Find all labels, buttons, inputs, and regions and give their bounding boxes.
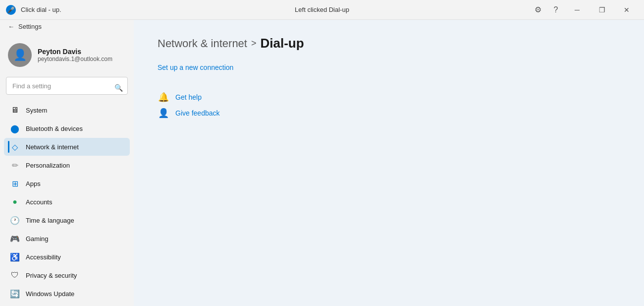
back-arrow-icon: ← <box>8 23 14 30</box>
give-feedback-item[interactable]: 👤 Give feedback <box>158 107 620 119</box>
content-area: Network & internet > Dial-up Set up a ne… <box>134 20 644 306</box>
help-section: 🔔 Get help 👤 Give feedback <box>158 91 620 119</box>
settings-back[interactable]: ← Settings <box>0 20 134 33</box>
user-name: Peyton Davis <box>38 48 112 56</box>
breadcrumb-current: Dial-up <box>260 36 304 51</box>
sidebar-item-personalization[interactable]: ✏ Personalization <box>4 156 130 174</box>
sidebar-item-bluetooth[interactable]: ⬤ Bluetooth & devices <box>4 120 130 137</box>
bluetooth-icon: ⬤ <box>10 123 20 133</box>
give-feedback-icon: 👤 <box>158 107 169 119</box>
titlebar-controls: ⚙ ? ─ ❐ ✕ <box>530 2 638 18</box>
accounts-icon: ● <box>10 197 20 207</box>
network-icon: ◇ <box>10 142 20 152</box>
minimize-button[interactable]: ─ <box>566 2 589 18</box>
sidebar-item-time[interactable]: 🕐 Time & language <box>4 211 130 229</box>
app-icon: 🎤 <box>6 5 16 15</box>
sidebar-item-update[interactable]: 🔄 Windows Update <box>4 285 130 303</box>
search-icon: 🔍 <box>114 84 123 92</box>
sidebar-item-label: Network & internet <box>26 143 79 151</box>
user-email: peytondavis.1@outlook.com <box>38 56 112 62</box>
titlebar-left: 🎤 Click dial - up. <box>6 5 61 15</box>
nav-list: 🖥 System ⬤ Bluetooth & devices ◇ Network… <box>0 101 134 303</box>
avatar: 👤 <box>8 43 32 67</box>
get-help-item[interactable]: 🔔 Get help <box>158 91 620 103</box>
breadcrumb: Network & internet > Dial-up <box>158 36 620 51</box>
apps-icon: ⊞ <box>10 179 20 188</box>
settings-icon[interactable]: ⚙ <box>530 2 546 18</box>
sidebar-item-label: System <box>26 107 47 114</box>
sidebar-item-label: Windows Update <box>26 290 74 298</box>
gaming-icon: 🎮 <box>10 234 20 244</box>
personalization-icon: ✏ <box>10 160 20 170</box>
sidebar: ← Settings 👤 Peyton Davis peytondavis.1@… <box>0 20 134 306</box>
system-icon: 🖥 <box>10 105 20 115</box>
titlebar-center-title: Left clicked Dial-up <box>295 6 349 13</box>
close-button[interactable]: ✕ <box>615 2 638 18</box>
search-input[interactable] <box>6 77 128 95</box>
sidebar-item-label: Accounts <box>26 198 52 206</box>
app-title: Click dial - up. <box>21 6 61 13</box>
sidebar-item-gaming[interactable]: 🎮 Gaming <box>4 230 130 247</box>
sidebar-item-apps[interactable]: ⊞ Apps <box>4 175 130 192</box>
sidebar-item-system[interactable]: 🖥 System <box>4 101 130 119</box>
main-layout: ← Settings 👤 Peyton Davis peytondavis.1@… <box>0 20 644 306</box>
titlebar: 🎤 Click dial - up. Left clicked Dial-up … <box>0 0 644 20</box>
sidebar-item-accounts[interactable]: ● Accounts <box>4 193 130 211</box>
search-container: 🔍 <box>0 75 134 101</box>
update-icon: 🔄 <box>10 289 20 299</box>
get-help-icon: 🔔 <box>158 91 169 103</box>
sidebar-item-label: Time & language <box>26 217 74 224</box>
accessibility-icon: ♿ <box>10 252 20 262</box>
help-icon[interactable]: ? <box>548 2 564 18</box>
sidebar-item-label: Apps <box>26 180 41 187</box>
setup-connection-link[interactable]: Set up a new connection <box>158 63 233 71</box>
sidebar-item-label: Accessibility <box>26 253 61 261</box>
breadcrumb-parent[interactable]: Network & internet <box>158 37 247 50</box>
sidebar-item-network[interactable]: ◇ Network & internet <box>4 138 130 156</box>
time-icon: 🕐 <box>10 215 20 225</box>
sidebar-item-label: Privacy & security <box>26 272 77 279</box>
privacy-icon: 🛡 <box>10 270 20 280</box>
sidebar-item-label: Bluetooth & devices <box>26 125 83 132</box>
settings-label: Settings <box>18 23 42 30</box>
give-feedback-link[interactable]: Give feedback <box>175 109 220 117</box>
user-info: Peyton Davis peytondavis.1@outlook.com <box>38 48 112 62</box>
maximize-button[interactable]: ❐ <box>590 2 613 18</box>
sidebar-item-label: Gaming <box>26 235 49 243</box>
avatar-icon: 👤 <box>13 49 27 61</box>
breadcrumb-separator: > <box>251 38 257 49</box>
get-help-link[interactable]: Get help <box>175 93 202 101</box>
sidebar-item-label: Personalization <box>26 162 70 169</box>
user-profile[interactable]: 👤 Peyton Davis peytondavis.1@outlook.com <box>0 33 134 75</box>
sidebar-item-accessibility[interactable]: ♿ Accessibility <box>4 248 130 266</box>
sidebar-item-privacy[interactable]: 🛡 Privacy & security <box>4 266 130 284</box>
